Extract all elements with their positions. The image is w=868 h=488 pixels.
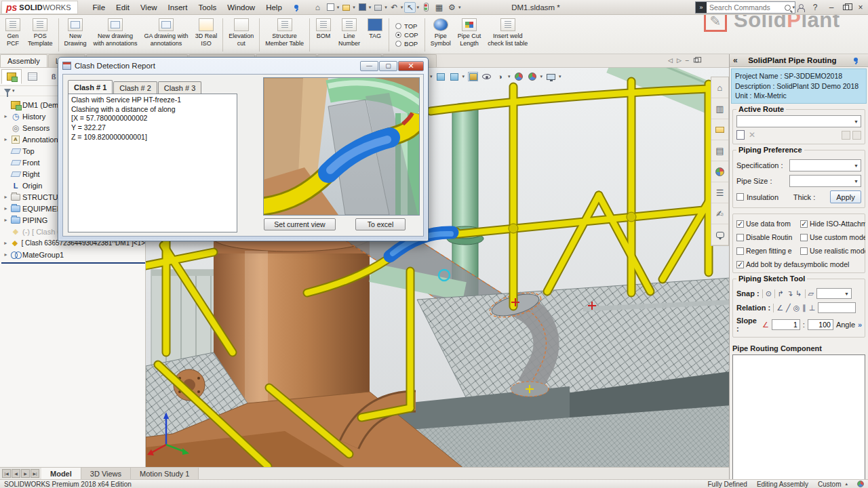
ribbon-new-drawing-annotations[interactable]: New drawingwith annotations xyxy=(90,16,141,54)
last-tab-icon[interactable]: ▶| xyxy=(31,469,39,478)
radio-top[interactable]: TOP xyxy=(395,22,418,30)
scene-caret[interactable]: ▾ xyxy=(540,74,543,79)
search-caret[interactable]: ▾ xyxy=(792,5,795,10)
design-library-icon[interactable]: ▥ xyxy=(711,98,728,119)
dialog-maximize-button[interactable]: ▢ xyxy=(379,61,397,71)
undo-caret[interactable]: ▾ xyxy=(401,5,403,10)
print-caret[interactable]: ▾ xyxy=(384,5,387,10)
option-disable-routing[interactable]: Disable Routin xyxy=(736,233,800,241)
option-use-realistic-model[interactable]: Use realistic model xyxy=(800,247,865,255)
snap-plane-icon[interactable]: ▱ xyxy=(808,289,814,298)
expand-icon[interactable]: ▸ xyxy=(3,113,9,119)
ribbon-insert-weld-checklist[interactable]: Insert weldcheck list table xyxy=(484,16,531,54)
menu-window[interactable]: Window xyxy=(222,2,260,13)
search-magnifier-icon[interactable] xyxy=(785,5,791,11)
close-button[interactable]: × xyxy=(856,3,865,12)
ribbon-structure-member-table[interactable]: StructureMember Table xyxy=(262,16,307,54)
menu-view[interactable]: View xyxy=(135,2,163,13)
user-account-icon[interactable] xyxy=(797,4,804,11)
relation-perpendicular-icon[interactable]: ⊥ xyxy=(809,304,816,312)
view-orientation-caret[interactable]: ▾ xyxy=(462,74,465,79)
tab-assembly[interactable]: Assembly xyxy=(0,54,47,67)
dialog-minimize-button[interactable]: — xyxy=(360,61,378,71)
insulation-checkbox[interactable] xyxy=(736,193,744,201)
appearances-scenes-icon[interactable] xyxy=(711,161,728,182)
property-manager-tab[interactable] xyxy=(22,69,43,84)
checkbox[interactable] xyxy=(736,220,744,228)
featuremanager-design-tree-tab[interactable] xyxy=(1,69,22,84)
snap-combo[interactable]: ▼ xyxy=(816,288,852,299)
zoom-caret[interactable]: ▾ xyxy=(430,74,433,79)
first-tab-icon[interactable]: |◀ xyxy=(2,469,11,478)
pipe-routing-component-list[interactable] xyxy=(732,354,865,488)
ribbon-elevation-cut[interactable]: Elevationcut xyxy=(225,16,257,54)
slope-ratio-right-input[interactable] xyxy=(808,319,833,330)
expand-icon[interactable]: ▸ xyxy=(3,217,9,223)
configuration-caret[interactable]: ▴ xyxy=(845,481,848,487)
pin-panel-icon[interactable] xyxy=(852,57,859,64)
restore-button[interactable] xyxy=(843,5,849,10)
clash-report-text[interactable]: Clash with Service HP HT-freeze-1 Clashi… xyxy=(68,94,237,232)
checkbox[interactable] xyxy=(736,234,744,241)
prev-tab-icon[interactable]: ◀ xyxy=(12,469,20,478)
more-options-icon[interactable]: » xyxy=(858,321,862,329)
ribbon-tag[interactable]: TAG xyxy=(363,16,387,54)
filter-funnel-icon[interactable] xyxy=(4,89,11,94)
doc-minimize-icon[interactable]: – xyxy=(686,57,689,64)
tab-3d-views[interactable]: 3D Views xyxy=(81,468,131,479)
snap-turn-icon[interactable]: ↴ xyxy=(787,289,793,298)
pipe-size-combo[interactable]: ▼ xyxy=(789,175,861,187)
comments-icon[interactable] xyxy=(711,224,728,245)
checkbox[interactable] xyxy=(800,247,808,255)
open-caret[interactable]: ▾ xyxy=(353,5,355,10)
checkbox[interactable] xyxy=(736,247,744,255)
configuration-status[interactable]: Custom xyxy=(818,481,841,488)
print-icon[interactable] xyxy=(372,2,384,13)
search-commands-box[interactable]: » ▾ xyxy=(695,1,795,14)
undo-icon[interactable]: ↶ xyxy=(389,2,400,13)
relation-line-icon[interactable]: ╱ xyxy=(786,304,791,312)
checkbox[interactable] xyxy=(800,220,808,228)
select-caret[interactable]: ▾ xyxy=(416,5,419,10)
slope-angle-icon[interactable]: ∠ xyxy=(762,321,769,329)
combo-caret-icon[interactable]: ▼ xyxy=(852,179,861,184)
expand-icon[interactable]: ▸ xyxy=(3,205,9,211)
next-tab-icon[interactable]: ▶ xyxy=(21,469,30,478)
checkbox[interactable] xyxy=(736,261,744,268)
ribbon-new-drawing[interactable]: NewDrawing xyxy=(61,16,90,54)
to-excel-button[interactable]: To excel xyxy=(355,218,406,230)
select-cursor-icon[interactable]: ↖ xyxy=(404,2,416,13)
ribbon-pipe-cut-length[interactable]: Pipe CutLength xyxy=(454,16,485,54)
home-icon[interactable]: ⌂ xyxy=(312,2,323,13)
menu-tools[interactable]: Tools xyxy=(193,2,222,13)
menu-edit[interactable]: Edit xyxy=(111,2,135,13)
interference-lights-icon[interactable] xyxy=(420,2,432,13)
tab-clash-1[interactable]: Clash # 1 xyxy=(68,80,113,94)
snap-along-icon[interactable]: ↱ xyxy=(778,289,784,298)
minimize-button[interactable]: – xyxy=(827,3,836,12)
open-icon[interactable] xyxy=(340,2,352,13)
tab-motion-study-1[interactable]: Motion Study 1 xyxy=(131,468,199,479)
edit-appearance-icon[interactable] xyxy=(514,72,524,81)
relation-parallel-icon[interactable]: ∥ xyxy=(802,304,806,312)
expand-icon[interactable]: ▸ xyxy=(3,136,9,142)
view-settings-icon[interactable] xyxy=(546,72,556,81)
menu-insert[interactable]: Insert xyxy=(163,2,193,13)
option-symbolic-model[interactable]: symbolic model xyxy=(800,260,865,268)
home-tab-icon[interactable]: ⌂ xyxy=(711,77,728,98)
view-orientation-icon[interactable] xyxy=(450,72,460,81)
slope-ratio-left-input[interactable] xyxy=(772,319,800,330)
relation-angle-icon[interactable]: ∠ xyxy=(776,304,783,312)
tab-clash-3[interactable]: Clash # 3 xyxy=(158,81,201,94)
snap-center-icon[interactable]: ⊙ xyxy=(766,289,772,298)
delete-route-icon[interactable]: ✕ xyxy=(749,130,755,140)
table-icon[interactable]: ▦ xyxy=(433,2,445,13)
status-sphere-icon[interactable] xyxy=(857,481,864,487)
active-route-combo[interactable]: ▼ xyxy=(736,115,861,127)
checkbox[interactable] xyxy=(800,234,808,241)
apply-button[interactable]: Apply xyxy=(830,190,861,203)
visibility-caret[interactable]: ▾ xyxy=(508,74,511,79)
doc-restore-icon[interactable] xyxy=(694,58,698,62)
filter-caret[interactable]: ▾ xyxy=(12,88,15,94)
option-use-data-from[interactable]: Use data from xyxy=(736,220,800,228)
